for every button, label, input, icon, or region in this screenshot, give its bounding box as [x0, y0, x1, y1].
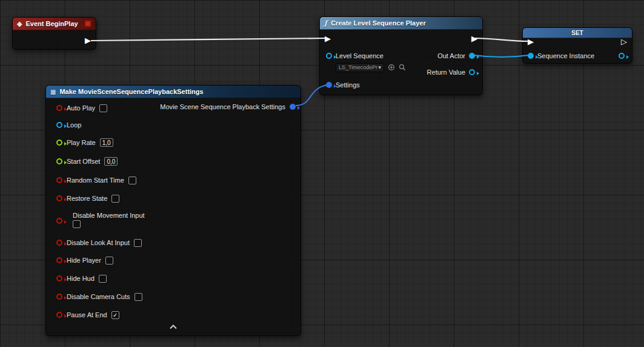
wire-create-to-set: [475, 38, 528, 41]
pin-row-restore-state: Restore State: [56, 194, 119, 203]
hide-hud-checkbox[interactable]: [99, 275, 107, 283]
pin-row-hide-hud: Hide Hud: [56, 274, 107, 283]
pin-label: Start Offset: [67, 157, 100, 166]
play-rate-input[interactable]: 1,0: [100, 138, 113, 147]
pin-row-hide-player: Hide Player: [56, 255, 113, 265]
pin-row-level-sequence: Level Sequence: [326, 51, 383, 61]
node-set-sequence-instance[interactable]: SET ▶ ▷ Sequence Instance: [522, 27, 632, 64]
pin-row-random-start-time: Random Start Time: [56, 175, 136, 185]
hide-player-pin[interactable]: [56, 257, 62, 263]
event-badge-icon: [84, 20, 91, 27]
hide-player-checkbox[interactable]: [105, 257, 113, 264]
blueprint-graph-canvas[interactable]: ◈ Event BeginPlay ▶ ƒ Create Level Seque…: [0, 0, 644, 347]
pin-row-disable-camera-cuts: Disable Camera Cuts: [56, 292, 142, 302]
restore-state-checkbox[interactable]: [111, 195, 119, 203]
collapse-chevron-icon[interactable]: [169, 325, 178, 329]
exec-out-pin[interactable]: ▶: [471, 35, 477, 42]
restore-state-pin[interactable]: [56, 195, 62, 201]
create-node-header[interactable]: ƒ Create Level Sequence Player: [320, 17, 482, 30]
pin-row-set-output: [619, 51, 625, 61]
level-sequence-pin[interactable]: [326, 53, 332, 59]
pin-row-disable-movement-input: Disable Movement Input: [56, 211, 287, 230]
pin-label: Loop: [67, 120, 81, 130]
pin-label: Disable Movement Input: [73, 211, 145, 220]
pin-label: Auto Play: [67, 103, 95, 113]
disable-look-at-input-checkbox[interactable]: [134, 239, 142, 247]
return-value-pin[interactable]: [469, 69, 475, 75]
set-output-pin[interactable]: [619, 53, 625, 59]
pin-label: Movie Scene Sequence Playback Settings: [160, 102, 285, 112]
settings-pin[interactable]: [326, 82, 332, 88]
pin-label: Disable Camera Cuts: [67, 292, 130, 302]
pin-row-out-actor: Out Actor: [437, 51, 475, 61]
play-rate-pin[interactable]: [56, 140, 62, 146]
pin-row-sequence-instance: Sequence Instance: [528, 51, 594, 61]
disable-look-at-input-pin[interactable]: [56, 240, 62, 246]
pin-row-play-rate: Play Rate 1,0: [56, 138, 113, 147]
pin-label: Settings: [336, 80, 360, 90]
auto-play-checkbox[interactable]: [99, 104, 107, 112]
loop-pin[interactable]: [56, 122, 62, 128]
pin-label: Hide Hud: [67, 274, 95, 283]
pin-row-return-value: Return Value: [427, 67, 475, 77]
pin-row-pause-at-end: Pause At End ✓: [56, 310, 119, 320]
event-node-header[interactable]: ◈ Event BeginPlay: [13, 18, 96, 30]
node-create-level-sequence-player[interactable]: ƒ Create Level Sequence Player ▶ ▶ Level…: [319, 16, 483, 95]
set-node-header[interactable]: SET: [523, 28, 632, 38]
pin-row-disable-look-at-input: Disable Look At Input: [56, 238, 142, 248]
pin-label: Hide Player: [67, 255, 101, 265]
pin-label: Random Start Time: [67, 175, 124, 185]
node-event-beginplay[interactable]: ◈ Event BeginPlay ▶: [12, 17, 96, 50]
pin-label: Level Sequence: [336, 51, 383, 61]
pause-at-end-pin[interactable]: [56, 312, 62, 318]
node-title: Create Level Sequence Player: [331, 19, 426, 27]
exec-in-pin[interactable]: ▶: [325, 35, 331, 42]
chevron-down-icon: ▾: [378, 64, 381, 70]
node-make-playback-settings[interactable]: ▦ Make MovieSceneSequencePlaybackSetting…: [45, 85, 301, 336]
random-start-time-pin[interactable]: [56, 177, 62, 183]
dropdown-value: LS_TimecodePr: [339, 64, 377, 70]
disable-movement-input-checkbox[interactable]: [73, 220, 81, 228]
function-icon: ƒ: [324, 19, 327, 27]
pin-label: Play Rate: [67, 138, 96, 147]
hide-hud-pin[interactable]: [56, 275, 62, 281]
out-actor-pin[interactable]: [469, 53, 475, 59]
level-sequence-dropdown[interactable]: LS_TimecodePr ▾: [336, 63, 384, 72]
playback-settings-output-pin[interactable]: [290, 104, 296, 110]
pin-label: Return Value: [427, 67, 465, 77]
node-title: Event BeginPlay: [25, 20, 78, 27]
node-title: SET: [571, 30, 583, 36]
make-struct-icon: ▦: [50, 89, 56, 95]
start-offset-input[interactable]: 0,0: [104, 157, 118, 166]
pin-label: Sequence Instance: [537, 51, 594, 61]
wire-beginplay-to-create: [91, 38, 325, 41]
node-title: Make MovieSceneSequencePlaybackSettings: [59, 88, 203, 95]
pin-row-auto-play: Auto Play: [56, 103, 107, 113]
event-icon: ◈: [17, 20, 22, 28]
exec-in-pin[interactable]: ▶: [528, 38, 534, 45]
make-node-header[interactable]: ▦ Make MovieSceneSequencePlaybackSetting…: [46, 86, 300, 98]
exec-out-pin[interactable]: ▶: [85, 36, 91, 44]
pin-row-output: Movie Scene Sequence Playback Settings: [160, 102, 296, 112]
auto-play-pin[interactable]: [56, 105, 62, 111]
level-sequence-default-row: LS_TimecodePr ▾: [336, 62, 406, 72]
pin-row-loop: Loop: [56, 120, 81, 130]
use-asset-icon[interactable]: [388, 64, 395, 71]
sequence-instance-pin[interactable]: [528, 53, 534, 59]
pin-row-settings: Settings: [326, 80, 360, 90]
disable-camera-cuts-checkbox[interactable]: [134, 293, 142, 301]
pin-label: Out Actor: [437, 51, 465, 61]
exec-out-pin[interactable]: ▷: [621, 38, 627, 45]
disable-movement-input-pin[interactable]: [56, 218, 62, 224]
pin-label: Pause At End: [67, 310, 107, 320]
pin-label: Restore State: [67, 194, 107, 203]
pin-label: Disable Look At Input: [67, 238, 130, 248]
start-offset-pin[interactable]: [56, 158, 62, 164]
random-start-time-checkbox[interactable]: [128, 177, 136, 184]
pin-row-start-offset: Start Offset 0,0: [56, 157, 118, 166]
disable-camera-cuts-pin[interactable]: [56, 294, 62, 300]
pause-at-end-checkbox[interactable]: ✓: [111, 311, 119, 319]
search-icon[interactable]: [399, 64, 406, 71]
